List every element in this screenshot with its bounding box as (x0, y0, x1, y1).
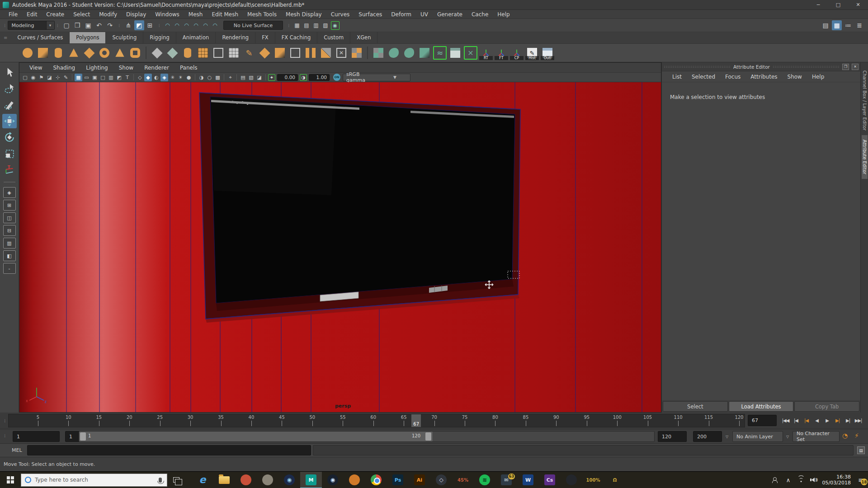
layout-hypershade[interactable]: ▥ (3, 238, 16, 249)
maximize-button[interactable]: □ (828, 0, 848, 10)
start-button[interactable] (0, 472, 21, 488)
viewport-panel[interactable]: ViewShadingLightingShowRendererPanels ▢◉… (19, 62, 661, 413)
crease-tool-icon[interactable]: ✎ (242, 46, 256, 60)
sensor-100-icon[interactable]: 100% (582, 472, 604, 488)
sculpt-icon[interactable] (387, 46, 401, 60)
grease-pencil-icon[interactable]: ✎ (62, 74, 70, 81)
menu-generate[interactable]: Generate (433, 10, 467, 19)
step-back-key-button[interactable]: |◀ (801, 414, 811, 427)
uv-contour-stretch-icon[interactable]: ≈ (433, 46, 447, 60)
image-plane-icon[interactable]: ◪ (46, 74, 53, 81)
taskbar-search-input[interactable]: Type here to search (21, 474, 167, 487)
panel-menu-lighting[interactable]: Lighting (80, 64, 113, 72)
mel-label[interactable]: MEL (12, 447, 22, 453)
shelf-tab-rendering[interactable]: Rendering (216, 32, 255, 43)
menu-cache[interactable]: Cache (467, 10, 492, 19)
panel-grip[interactable] (664, 66, 731, 68)
edge-icon[interactable]: e (192, 472, 213, 488)
bookmark-icon[interactable]: ⚑ (38, 74, 45, 81)
mirror-icon[interactable] (181, 46, 194, 60)
render-current-frame-icon[interactable]: ▤ (302, 21, 311, 30)
select-tool[interactable] (2, 65, 17, 80)
panel-menu-renderer[interactable]: Renderer (139, 64, 175, 72)
fill-hole-icon[interactable] (372, 46, 385, 60)
separate-icon[interactable] (165, 46, 179, 60)
menu-create[interactable]: Create (42, 10, 68, 19)
task-view-button[interactable] (167, 472, 185, 488)
layout-persp-outliner[interactable]: ◫ (3, 212, 16, 223)
ipr-render-icon[interactable]: ▥ (312, 21, 321, 30)
sensor-45-icon[interactable]: 45% (452, 472, 474, 488)
action-center-icon[interactable]: ≡18 (855, 474, 866, 485)
volume-icon[interactable]: ))) (810, 478, 818, 482)
shelf-tab-curves-surfaces[interactable]: Curves / Surfaces (11, 32, 70, 43)
illustrator-icon[interactable]: Ai (409, 472, 430, 488)
current-frame-field[interactable]: 67 (748, 415, 777, 426)
viewport-canvas[interactable]: x z persp (19, 82, 661, 412)
quad-draw-icon[interactable] (350, 46, 363, 60)
ambient-occlusion-icon[interactable]: ◑ (198, 74, 205, 81)
minimize-button[interactable]: ─ (808, 0, 828, 10)
make-live-icon[interactable]: ◠ (211, 21, 219, 30)
snap-point-icon[interactable]: ◠ (182, 21, 191, 30)
app-icon-purple[interactable]: Cs (539, 472, 561, 488)
lasso-select-tool[interactable] (2, 81, 17, 96)
default-material-icon[interactable]: ✳ (169, 74, 176, 81)
shelf-menu-icon[interactable]: ≡ (0, 32, 11, 43)
pane-copy-icon[interactable]: ▧ (247, 74, 255, 81)
menu-edit[interactable]: Edit (23, 10, 41, 19)
poly-plane-icon[interactable] (82, 46, 96, 60)
color-management-toggle[interactable]: ON (333, 74, 340, 81)
select-hierarchy-icon[interactable]: ⋔ (123, 20, 133, 30)
shelf-tab-sculpting[interactable]: Sculpting (106, 32, 143, 43)
range-start-handle[interactable] (80, 432, 86, 441)
menu-deform[interactable]: Deform (387, 10, 415, 19)
snap-grid-icon[interactable]: ◠ (163, 21, 172, 30)
app-icon-dark[interactable] (561, 472, 582, 488)
film-gate-icon[interactable]: ▭ (83, 74, 90, 81)
layout-single-pane[interactable]: ◈ (3, 187, 16, 198)
side-tab-channel-box-layer-editor[interactable]: Channel Box / Layer Editor (862, 66, 868, 135)
layout-uv-persp[interactable]: ◧ (3, 250, 16, 261)
view-transform-dropdown[interactable]: sRGB gamma▼ (343, 74, 410, 81)
shelf-tab-fx[interactable]: FX (255, 32, 275, 43)
maya-icon[interactable]: M (300, 472, 322, 488)
gate-mask-icon[interactable]: □ (99, 74, 107, 81)
shelf-tab-xgen[interactable]: XGen (350, 32, 377, 43)
menu-modify[interactable]: Modify (95, 10, 121, 19)
ae-menu-attributes[interactable]: Attributes (745, 73, 782, 81)
channel-box-toggle-icon[interactable]: ▦ (832, 20, 842, 30)
paint-effects-icon[interactable]: ◉ (331, 21, 340, 30)
load-attributes-button[interactable]: Load Attributes (729, 401, 794, 412)
range-slider-track[interactable]: 1 120 (79, 431, 655, 442)
tool-settings-toggle-icon[interactable]: ≔ (843, 20, 853, 30)
step-forward-frame-button[interactable]: ▶| (843, 414, 853, 427)
ae-menu-list[interactable]: List (667, 73, 687, 81)
texture-view-icon[interactable]: ◪ (255, 74, 263, 81)
current-frame-marker[interactable]: 67 (411, 414, 421, 427)
uv-unfold-icon[interactable]: ✕ (464, 46, 477, 60)
live-surface-field[interactable]: No Live Surface (223, 21, 283, 30)
photoshop-icon[interactable]: Ps (387, 472, 409, 488)
animation-start-field[interactable]: 1 (13, 431, 60, 442)
grip-handle[interactable]: ⁞ (4, 23, 5, 28)
menu-curves[interactable]: Curves (327, 10, 354, 19)
microphone-icon[interactable] (159, 478, 162, 483)
hist-icon[interactable]: ✎Hist (525, 46, 539, 60)
contrast-field[interactable]: 1.00 (309, 74, 330, 81)
menu-uv[interactable]: UV (416, 10, 432, 19)
grid-icon[interactable]: ▦ (75, 74, 82, 81)
wireframe-on-shaded-icon[interactable]: ◈ (160, 74, 168, 81)
paint-select-tool[interactable] (2, 98, 17, 112)
mail-icon[interactable]: ✉63 (495, 472, 517, 488)
last-used-tool[interactable]: T (2, 163, 17, 177)
compass-app-icon[interactable]: ◉ (278, 472, 300, 488)
rotate-tool[interactable] (2, 130, 17, 145)
panel-menu-shading[interactable]: Shading (47, 64, 80, 72)
extrude-icon[interactable] (304, 46, 317, 60)
character-set-dropdown[interactable]: No Character Set (793, 431, 840, 442)
menu-help[interactable]: Help (493, 10, 514, 19)
move-tool[interactable] (2, 114, 17, 128)
menu-mesh[interactable]: Mesh (184, 10, 207, 19)
script-editor-icon[interactable]: ▤ (857, 446, 865, 454)
